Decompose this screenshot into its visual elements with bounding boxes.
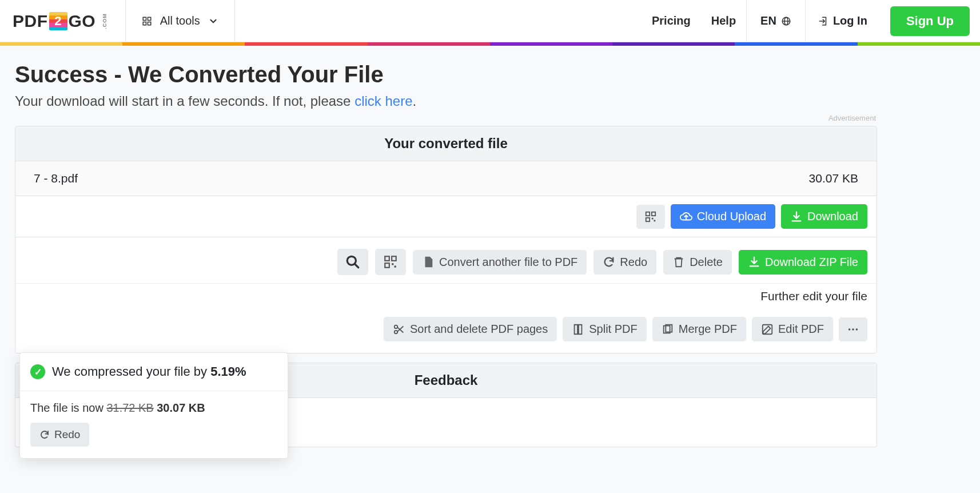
edit-actions-row: Sort and delete PDF pages Split PDF Merg… <box>15 311 877 353</box>
edit-pdf-button[interactable]: Edit PDF <box>752 317 833 341</box>
svg-rect-25 <box>763 324 772 334</box>
file-actions-row: Cloud Upload Download <box>15 196 877 237</box>
chevron-down-icon <box>208 16 218 26</box>
svg-point-27 <box>852 328 854 331</box>
header: PDF2GO.COM All tools Pricing Help EN Log… <box>0 0 980 42</box>
qr-button[interactable] <box>636 205 665 229</box>
filesize: 30.07 KB <box>809 172 858 185</box>
click-here-link[interactable]: click here <box>354 93 412 109</box>
svg-line-13 <box>354 264 358 268</box>
svg-point-19 <box>395 325 398 328</box>
split-icon <box>572 323 584 336</box>
cloud-upload-icon <box>680 210 692 223</box>
search-button[interactable] <box>337 249 368 275</box>
svg-rect-16 <box>385 263 389 268</box>
all-tools-dropdown[interactable]: All tools <box>126 14 234 27</box>
svg-line-22 <box>397 326 403 331</box>
svg-rect-17 <box>392 263 393 265</box>
further-edit-label: Further edit your file <box>15 283 877 311</box>
converted-file-panel: Your converted file 7 - 8.pdf 30.07 KB C… <box>15 126 877 353</box>
toast-redo-button[interactable]: Redo <box>30 423 89 447</box>
logo[interactable]: PDF2GO.COM <box>0 11 125 31</box>
svg-line-21 <box>397 327 403 332</box>
svg-rect-2 <box>143 22 146 25</box>
ellipsis-icon <box>847 323 859 336</box>
subtitle: Your download will start in a few second… <box>15 93 877 109</box>
login-link[interactable]: Log In <box>806 14 880 27</box>
qr-button-2[interactable] <box>375 249 406 275</box>
svg-rect-14 <box>385 256 389 261</box>
qr-icon <box>383 255 398 269</box>
svg-rect-15 <box>392 256 396 261</box>
svg-point-20 <box>395 330 398 333</box>
toast-body: The file is now 31.72 KB 30.07 KB Redo <box>20 391 288 447</box>
language-label: EN <box>760 14 776 27</box>
svg-rect-10 <box>652 217 654 219</box>
svg-rect-7 <box>646 212 650 215</box>
trash-icon <box>672 256 685 268</box>
redo-icon <box>39 430 50 440</box>
compression-toast: ✓ We compressed your file by 5.19% The f… <box>19 352 288 447</box>
pricing-link[interactable]: Pricing <box>642 14 701 27</box>
login-icon <box>818 16 828 26</box>
language-selector[interactable]: EN <box>747 14 805 27</box>
scissors-icon <box>393 323 405 336</box>
advertisement-label: Advertisement <box>15 114 877 122</box>
redo-button[interactable]: Redo <box>593 250 656 275</box>
globe-icon <box>781 16 791 26</box>
sort-delete-button[interactable]: Sort and delete PDF pages <box>384 317 557 341</box>
grid-icon <box>142 16 152 26</box>
bulk-actions-row: Convert another file to PDF Redo Delete … <box>15 237 877 283</box>
download-icon <box>748 256 760 268</box>
file-icon <box>422 256 435 268</box>
qr-icon <box>644 210 657 223</box>
svg-rect-0 <box>143 17 146 20</box>
svg-rect-8 <box>652 212 655 215</box>
svg-rect-18 <box>394 266 396 268</box>
toast-header: ✓ We compressed your file by 5.19% <box>20 353 288 391</box>
download-zip-button[interactable]: Download ZIP File <box>739 250 867 275</box>
svg-rect-11 <box>654 220 655 221</box>
download-icon <box>790 210 803 223</box>
panel-title: Your converted file <box>15 126 877 161</box>
login-label: Log In <box>833 14 867 27</box>
svg-point-26 <box>848 328 851 331</box>
page-title: Success - We Converted Your File <box>15 62 877 88</box>
signup-button[interactable]: Sign Up <box>890 6 970 36</box>
edit-icon <box>761 323 774 336</box>
merge-icon <box>662 323 674 336</box>
delete-button[interactable]: Delete <box>663 250 732 275</box>
more-button[interactable] <box>839 317 867 341</box>
check-icon: ✓ <box>30 364 45 379</box>
redo-icon <box>603 256 615 268</box>
search-icon <box>345 255 360 269</box>
all-tools-label: All tools <box>160 14 200 27</box>
convert-another-button[interactable]: Convert another file to PDF <box>413 250 587 275</box>
svg-point-28 <box>856 328 858 331</box>
download-button[interactable]: Download <box>781 204 867 229</box>
svg-rect-3 <box>148 22 150 25</box>
cloud-upload-button[interactable]: Cloud Upload <box>671 204 775 229</box>
svg-rect-9 <box>646 217 650 221</box>
filename: 7 - 8.pdf <box>34 172 78 185</box>
help-link[interactable]: Help <box>701 14 746 27</box>
merge-pdf-button[interactable]: Merge PDF <box>652 317 746 341</box>
file-row: 7 - 8.pdf 30.07 KB <box>15 161 877 196</box>
svg-rect-1 <box>148 17 150 20</box>
split-pdf-button[interactable]: Split PDF <box>563 317 646 341</box>
